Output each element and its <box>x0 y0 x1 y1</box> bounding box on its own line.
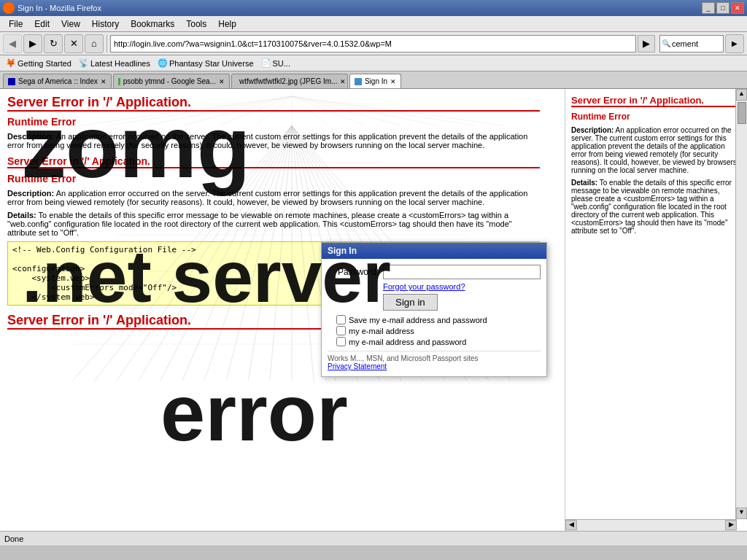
back-button[interactable]: ◀ <box>3 34 22 53</box>
menu-view[interactable]: View <box>55 18 86 31</box>
reload-icon: ↻ <box>50 38 58 49</box>
password-row: Password: <box>328 265 541 279</box>
search-go-button[interactable]: ▶ <box>725 34 744 53</box>
tab-favicon-psobb <box>118 78 120 85</box>
login-body: Password: Forgot your password? Sign in … <box>322 259 546 376</box>
address-input[interactable] <box>114 39 632 48</box>
menu-edit[interactable]: Edit <box>28 18 55 31</box>
save-label: Save my e-mail address and password <box>349 316 487 324</box>
search-input[interactable] <box>672 39 723 48</box>
login-header: Sign In <box>322 243 546 259</box>
scroll-track <box>736 101 747 508</box>
right-desc-label: Description: <box>571 126 614 134</box>
reload-button[interactable]: ↻ <box>44 34 63 53</box>
go-button[interactable]: ▶ <box>638 35 655 52</box>
forgot-password-link[interactable]: Forgot your password? <box>383 282 541 291</box>
search-engine-icon: 🔍 <box>660 39 672 47</box>
menu-help[interactable]: Help <box>212 18 242 31</box>
tab-label-sega: Sega of America :: Index <box>18 77 98 85</box>
window-title: Sign In - Mozilla Firefox <box>18 4 101 12</box>
description-text-1: An application error occurred on the ser… <box>7 132 527 149</box>
close-button[interactable]: ✕ <box>731 2 744 14</box>
window-controls[interactable]: _ □ ✕ <box>702 2 744 14</box>
bookmark-su[interactable]: 📄 SU... <box>258 58 293 69</box>
status-bar: Done <box>0 531 747 545</box>
login-note: Works M..., MSN, and Microsoft Passport … <box>328 351 541 370</box>
hscroll-left-btn[interactable]: ◀ <box>565 520 577 530</box>
sign-in-button[interactable]: Sign in <box>383 294 438 311</box>
description-label-1: Description: <box>7 132 54 141</box>
password-input[interactable] <box>383 265 541 279</box>
tab-signin[interactable]: Sign In ✕ <box>349 74 401 88</box>
stop-button[interactable]: ✕ <box>64 34 83 53</box>
save-email-label: my e-mail address <box>349 327 414 335</box>
stop-icon: ✕ <box>70 38 78 49</box>
tab-close-sega[interactable]: ✕ <box>101 78 107 85</box>
error-title-1: Server Error in '/' Application. <box>7 95 540 112</box>
tab-favicon-signin <box>355 78 362 85</box>
runtime-error-2: Runtime Error <box>7 173 540 184</box>
works-label: Works M..., MSN, and Microsoft Passport … <box>328 354 479 362</box>
home-icon: ⌂ <box>91 38 97 49</box>
save-email-checkbox[interactable] <box>336 326 346 335</box>
login-panel: Sign In Password: Forgot your password? … <box>321 242 547 377</box>
tab-close-wtf[interactable]: ✕ <box>340 78 346 85</box>
save-pw-checkbox[interactable] <box>336 337 346 346</box>
save-email-row: my e-mail address <box>336 326 541 335</box>
tab-close-signin[interactable]: ✕ <box>390 78 396 85</box>
address-bar[interactable] <box>110 35 636 52</box>
bookmarks-bar: 🦊 Getting Started 📡 Latest Headlines 🌐 P… <box>0 55 747 71</box>
right-scrollbar[interactable]: ▲ ▼ <box>735 89 747 519</box>
right-details-label: Details: <box>571 179 597 187</box>
tab-wtf[interactable]: wtfwtfwtfwtfkl2.jpg (JPEG Im... ✕ <box>231 74 348 88</box>
minimize-button[interactable]: _ <box>702 2 715 14</box>
status-text: Done <box>4 534 23 543</box>
menu-bar: File Edit View History Bookmarks Tools H… <box>0 16 747 32</box>
forward-icon: ▶ <box>29 38 36 49</box>
home-button[interactable]: ⌂ <box>85 34 104 53</box>
error-page: Server Error in '/' Application. Runtime… <box>0 89 747 545</box>
bookmark-getting-started[interactable]: 🦊 Getting Started <box>3 58 74 69</box>
su-icon: 📄 <box>261 58 271 68</box>
details-label: Details: <box>7 211 36 219</box>
menu-file[interactable]: File <box>3 18 28 31</box>
signin-row: Sign in <box>328 291 541 314</box>
tab-psobb[interactable]: psobb ytmnd - Google Sea... ✕ <box>113 74 230 88</box>
tab-close-psobb[interactable]: ✕ <box>219 78 225 85</box>
back-icon: ◀ <box>9 38 16 49</box>
menu-bookmarks[interactable]: Bookmarks <box>125 18 180 31</box>
hscroll-right-btn[interactable]: ▶ <box>725 520 737 530</box>
save-checkbox[interactable] <box>336 315 346 324</box>
error-details: Details: To enable the details of this s… <box>7 211 540 237</box>
error-desc-1: Description: An application error occurr… <box>7 132 540 149</box>
right-error-title: Server Error in '/' Application. <box>571 95 741 107</box>
tab-sega[interactable]: Sega of America :: Index ✕ <box>3 74 112 88</box>
description-text-2: An application error occurred on the ser… <box>7 189 527 206</box>
go-icon: ▶ <box>643 38 650 49</box>
details-text: To enable the details of this specific e… <box>7 211 512 237</box>
scroll-down-btn[interactable]: ▼ <box>736 508 747 519</box>
maximize-button[interactable]: □ <box>716 2 729 14</box>
right-runtime-label: Runtime Error <box>571 112 741 122</box>
toolbar: ◀ ▶ ↻ ✕ ⌂ ▶ 🔍 ▶ <box>0 32 747 55</box>
tab-label-wtf: wtfwtfwtfwtfkl2.jpg (JPEG Im... <box>239 77 337 85</box>
title-bar: Sign In - Mozilla Firefox _ □ ✕ <box>0 0 747 16</box>
runtime-error-1: Runtime Error <box>7 116 540 128</box>
menu-history[interactable]: History <box>86 18 125 31</box>
bookmark-headlines[interactable]: 📡 Latest Headlines <box>76 58 153 69</box>
forward-button[interactable]: ▶ <box>23 34 42 53</box>
scroll-thumb[interactable] <box>738 102 746 124</box>
tab-favicon-sega <box>8 78 15 85</box>
bookmark-psu[interactable]: 🌐 Phantasy Star Universe <box>155 58 257 69</box>
firefox-icon <box>3 2 15 14</box>
privacy-link[interactable]: Privacy Statement <box>328 362 387 370</box>
menu-tools[interactable]: Tools <box>180 18 212 31</box>
password-label: Password: <box>328 267 379 277</box>
save-pw-label: my e-mail address and password <box>349 338 466 346</box>
error-desc-2: Description: An application error occurr… <box>7 189 540 206</box>
scroll-up-btn[interactable]: ▲ <box>736 89 747 101</box>
description-label-2: Description: <box>7 189 54 198</box>
tab-bar: Sega of America :: Index ✕ psobb ytmnd -… <box>0 71 747 89</box>
psu-icon: 🌐 <box>158 58 168 68</box>
right-hscrollbar[interactable]: ◀ ▶ <box>565 519 737 531</box>
